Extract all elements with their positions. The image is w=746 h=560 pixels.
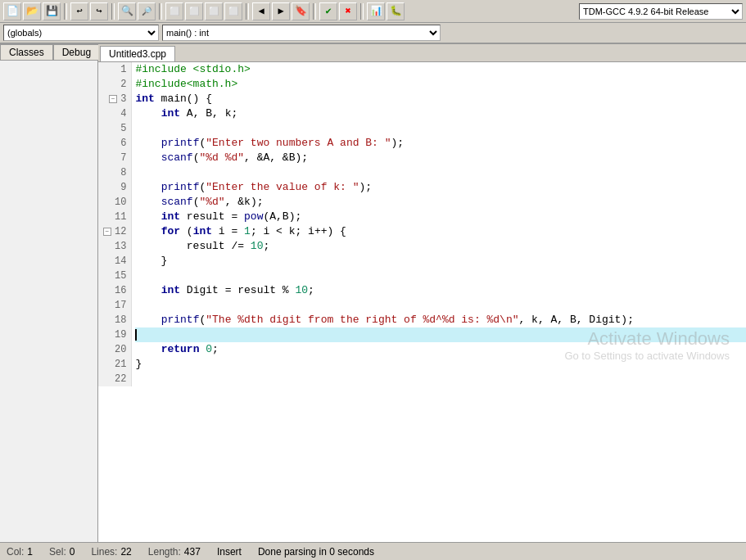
parse-value: Done parsing in 0 seconds <box>258 546 374 558</box>
code-line-19 <box>135 327 746 342</box>
line-num-11: 11 <box>103 210 126 224</box>
line-num-19: 19 <box>103 327 126 342</box>
code-line-14: } <box>135 254 746 269</box>
compiler-selector-area: TDM-GCC 4.9.2 64-bit Release <box>579 3 743 20</box>
line-num-16: 16 <box>103 283 126 298</box>
code-line-22 <box>135 372 746 386</box>
line-num-4: 4 <box>103 106 126 121</box>
open-file-button[interactable]: 📂 <box>23 2 41 20</box>
col-status: Col: 1 <box>7 546 33 558</box>
file-tab[interactable]: Untitled3.cpp <box>100 46 175 61</box>
next-button[interactable]: ▶ <box>272 2 290 20</box>
line-num-5: 5 <box>103 121 126 136</box>
mode-value: Insert <box>217 546 242 558</box>
line-num-8: 8 <box>103 165 126 180</box>
collapse-btn-3[interactable]: − <box>109 95 117 103</box>
new-file-button[interactable]: 📄 <box>3 2 21 20</box>
line-num-13: 13 <box>103 239 126 254</box>
status-bar: Col: 1 Sel: 0 Lines: 22 Length: 437 Inse… <box>0 542 746 560</box>
parse-status: Done parsing in 0 seconds <box>258 546 374 558</box>
check-button[interactable]: ✔ <box>319 2 337 20</box>
code-line-10: scanf("%d", &k); <box>135 195 746 210</box>
sep2 <box>111 3 115 20</box>
line-num-17: 17 <box>103 298 126 313</box>
tab-classes[interactable]: Classes <box>0 44 53 60</box>
mode-status: Insert <box>217 546 242 558</box>
lines-status: Lines: 22 <box>91 546 131 558</box>
code-line-20: return 0; <box>135 342 746 357</box>
line-num-15: 15 <box>103 269 126 283</box>
code-line-11: int result = pow(A,B); <box>135 210 746 224</box>
main-area: Classes Debug Untitled3.cpp 1 2 − 3 4 5 … <box>0 44 746 542</box>
compiler-select[interactable]: TDM-GCC 4.9.2 64-bit Release <box>579 3 743 20</box>
toolbar-row1: 📄 📂 💾 ↩ ↪ 🔍 🔎 ⬜ ⬜ ⬜ ⬜ ◀ ▶ 🔖 ✔ ✖ 📊 🐛 TDM-… <box>0 0 746 23</box>
code-line-5 <box>135 121 746 136</box>
undo-button[interactable]: ↩ <box>70 2 88 20</box>
scope-select-2[interactable]: main() : int <box>162 25 441 41</box>
line-num-22: 22 <box>103 372 126 386</box>
sel-label: Sel: <box>49 546 66 558</box>
cross-button[interactable]: ✖ <box>339 2 357 20</box>
code-line-8 <box>135 165 746 180</box>
code-lines[interactable]: #include <stdio.h> #include<math.h> int … <box>132 62 746 386</box>
bookmark-button[interactable]: 🔖 <box>292 2 310 20</box>
line-num-10: 10 <box>103 195 126 210</box>
code-line-13: result /= 10; <box>135 239 746 254</box>
debug-button[interactable]: 🐛 <box>387 2 405 20</box>
toolbar-row2: (globals) main() : int <box>0 23 746 44</box>
prev-button[interactable]: ◀ <box>252 2 270 20</box>
tab-debug[interactable]: Debug <box>53 44 100 60</box>
code-line-17 <box>135 298 746 313</box>
lines-label: Lines: <box>91 546 117 558</box>
code-area: 1 2 − 3 4 5 6 7 8 9 10 11 − 12 13 14 <box>98 62 746 386</box>
editor-area[interactable]: Untitled3.cpp 1 2 − 3 4 5 6 7 8 9 10 11 <box>98 44 746 542</box>
length-status: Length: 437 <box>148 546 201 558</box>
sep4 <box>246 3 249 20</box>
line-num-18: 18 <box>103 313 126 327</box>
col-value: 1 <box>27 546 33 558</box>
lines-value: 22 <box>120 546 131 558</box>
sep5 <box>313 3 316 20</box>
redo-button[interactable]: ↪ <box>90 2 108 20</box>
sel-value: 0 <box>70 546 75 558</box>
scope-select-1[interactable]: (globals) <box>3 25 159 41</box>
line-num-3: − 3 <box>103 92 126 106</box>
sel-status: Sel: 0 <box>49 546 75 558</box>
save-file-button[interactable]: 💾 <box>43 2 61 20</box>
sep6 <box>360 3 364 20</box>
cursor <box>135 329 137 341</box>
code-line-3: int main() { <box>135 92 746 106</box>
deindent-button[interactable]: ⬜ <box>185 2 203 20</box>
code-line-1: #include <stdio.h> <box>135 62 746 77</box>
line-numbers: 1 2 − 3 4 5 6 7 8 9 10 11 − 12 13 14 <box>98 62 132 386</box>
code-line-12: for (int i = 1; i < k; i++) { <box>135 224 746 239</box>
chart-button[interactable]: 📊 <box>367 2 385 20</box>
code-line-7: scanf("%d %d", &A, &B); <box>135 151 746 165</box>
code-line-16: int Digit = result % 10; <box>135 283 746 298</box>
find-button[interactable]: 🔍 <box>118 2 136 20</box>
line-num-7: 7 <box>103 151 126 165</box>
code-line-21: } <box>135 357 746 372</box>
code-line-2: #include<math.h> <box>135 77 746 92</box>
code-line-9: printf("Enter the value of k: "); <box>135 180 746 195</box>
code-line-6: printf("Enter two numbers A and B: "); <box>135 136 746 151</box>
line-num-6: 6 <box>103 136 126 151</box>
length-value: 437 <box>184 546 201 558</box>
replace-button[interactable]: 🔎 <box>138 2 156 20</box>
line-num-9: 9 <box>103 180 126 195</box>
line-num-21: 21 <box>103 357 126 372</box>
code-line-4: int A, B, k; <box>135 106 746 121</box>
line-num-14: 14 <box>103 254 126 269</box>
length-label: Length: <box>148 546 181 558</box>
indent-button[interactable]: ⬜ <box>165 2 183 20</box>
line-num-20: 20 <box>103 342 126 357</box>
sidebar: Classes Debug <box>0 44 98 542</box>
line-num-12: − 12 <box>103 224 126 239</box>
toggle-button[interactable]: ⬜ <box>205 2 223 20</box>
view-button[interactable]: ⬜ <box>224 2 242 20</box>
col-label: Col: <box>7 546 24 558</box>
code-line-18: printf("The %dth digit from the right of… <box>135 313 746 327</box>
line-num-1: 1 <box>103 62 126 77</box>
collapse-btn-12[interactable]: − <box>103 228 111 236</box>
code-line-15 <box>135 269 746 283</box>
